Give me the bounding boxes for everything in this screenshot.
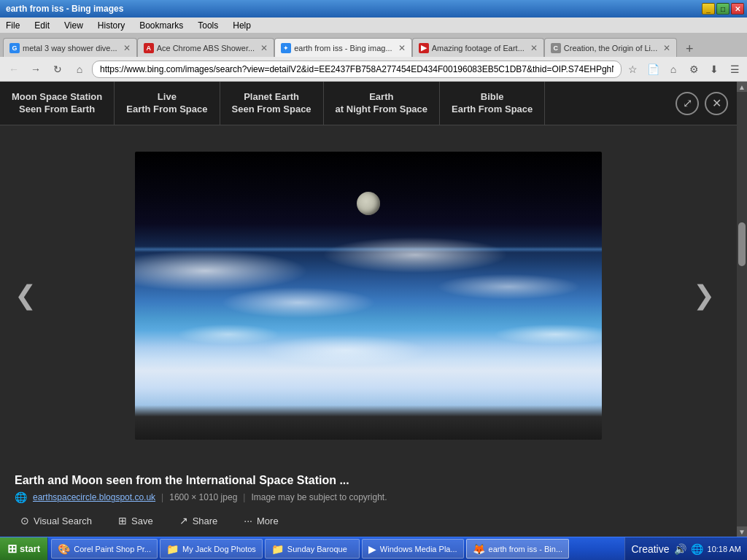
tab-close-5[interactable]: ✕: [663, 43, 670, 53]
menu-view[interactable]: View: [61, 19, 86, 32]
home-icon[interactable]: ⌂: [665, 61, 681, 77]
close-image-button[interactable]: ✕: [705, 92, 728, 115]
taskbar-icon-3: 📁: [271, 543, 284, 555]
close-button[interactable]: ✕: [731, 3, 744, 15]
settings-icon[interactable]: ⚙: [686, 61, 702, 77]
info-panel: Earth and Moon seen from the Internation…: [0, 465, 737, 537]
tab-label-1: metal 3 way shower dive...: [23, 44, 117, 52]
tab-close-2[interactable]: ✕: [260, 43, 268, 53]
globe-icon: 🌐: [15, 491, 27, 503]
start-button[interactable]: ⊞ start: [0, 537, 48, 560]
taskbar-label-3: Sunday Baroque: [287, 545, 347, 553]
address-icons: ☆ 📄 ⌂ ⚙ ⬇ ☰: [624, 61, 743, 77]
back-button[interactable]: ←: [4, 60, 23, 79]
menu-file[interactable]: File: [3, 19, 23, 32]
tab-1[interactable]: G metal 3 way shower dive... ✕: [3, 38, 137, 57]
home-button[interactable]: ⌂: [70, 60, 89, 79]
menu-edit[interactable]: Edit: [31, 19, 53, 32]
scroll-track[interactable]: [737, 92, 747, 526]
taskbar-label-2: My Jack Dog Photos: [182, 545, 256, 553]
scroll-up-arrow[interactable]: ▲: [737, 82, 747, 92]
minimize-button[interactable]: _: [702, 3, 715, 15]
tab-label-4: Amazing footage of Eart...: [432, 44, 525, 52]
related-item-3[interactable]: Planet Earth Seen From Space: [220, 82, 324, 125]
image-dimensions: 1600 × 1010 jpeg: [169, 492, 237, 502]
tray-speaker-icon[interactable]: 🔊: [674, 543, 686, 555]
window-title-bar: earth from iss - Bing images _ □ ✕: [0, 0, 747, 18]
share-label: Share: [193, 516, 218, 526]
tab-3[interactable]: ✦ earth from iss - Bing imag... ✕: [274, 38, 412, 57]
image-title: Earth and Moon seen from the Internation…: [15, 474, 722, 487]
expand-close-buttons: ⤢ ✕: [667, 82, 737, 125]
related-item-4[interactable]: Earth at Night From Space: [324, 82, 440, 125]
forward-button[interactable]: →: [26, 60, 45, 79]
tray-network-icon[interactable]: 🌐: [691, 543, 703, 555]
image-meta: 🌐 earthspacecircle.blogspot.co.uk | 1600…: [15, 491, 722, 503]
taskbar-label-1: Corel Paint Shop Pr...: [74, 545, 151, 553]
tab-favicon-3: ✦: [281, 43, 291, 53]
visual-search-button[interactable]: ⊙ Visual Search: [15, 512, 98, 529]
main-area: Moon Space Station Seen From Earth Live …: [0, 82, 737, 537]
address-bar: ← → ↻ ⌂ ☆ 📄 ⌂ ⚙ ⬇ ☰: [0, 57, 747, 82]
space-image: [135, 152, 602, 440]
action-buttons: ⊙ Visual Search ⊞ Save ↗ Share ··· More: [15, 512, 722, 529]
copyright-notice: Image may be subject to copyright.: [251, 492, 387, 502]
related-item-1[interactable]: Moon Space Station Seen From Earth: [0, 82, 115, 125]
scroll-down-arrow[interactable]: ▼: [737, 526, 747, 537]
tab-close-1[interactable]: ✕: [123, 43, 131, 53]
tab-close-3[interactable]: ✕: [398, 43, 406, 53]
tab-4[interactable]: ▶ Amazing footage of Eart... ✕: [412, 38, 544, 57]
separator-1: |: [161, 492, 163, 502]
share-icon: ↗: [179, 515, 188, 526]
taskbar-label-4: Windows Media Pla...: [380, 545, 457, 553]
menu-bookmarks[interactable]: Bookmarks: [136, 19, 186, 32]
next-image-arrow[interactable]: ❯: [686, 273, 722, 318]
menu-tools[interactable]: Tools: [195, 19, 221, 32]
separator-2: |: [243, 492, 245, 502]
menu-history[interactable]: History: [95, 19, 128, 32]
taskbar-label-5: earth from iss - Bin...: [489, 545, 562, 553]
new-tab-button[interactable]: +: [680, 41, 699, 57]
taskbar-icon-4: ▶: [368, 543, 376, 555]
tab-2[interactable]: A Ace Chrome ABS Shower... ✕: [137, 38, 275, 57]
image-source[interactable]: earthspacecircle.blogspot.co.uk: [33, 492, 155, 502]
window-controls: _ □ ✕: [702, 3, 744, 15]
more-label: More: [257, 516, 279, 526]
tab-bar: G metal 3 way shower dive... ✕ A Ace Chr…: [0, 34, 747, 57]
tab-favicon-4: ▶: [419, 43, 429, 53]
save-icon: ⊞: [118, 515, 127, 526]
tab-5[interactable]: C Creation, the Origin of Li... ✕: [544, 38, 677, 57]
bookmark-star-icon[interactable]: ☆: [624, 61, 640, 77]
scroll-thumb[interactable]: [738, 222, 746, 266]
download-icon[interactable]: ⬇: [706, 61, 722, 77]
tab-close-4[interactable]: ✕: [530, 43, 538, 53]
maximize-button[interactable]: □: [716, 3, 729, 15]
related-item-5[interactable]: Bible Earth From Space: [440, 82, 545, 125]
taskbar-item-2[interactable]: 📁 My Jack Dog Photos: [160, 539, 263, 559]
save-label: Save: [131, 516, 153, 526]
windows-icon: ⊞: [7, 542, 17, 556]
share-button[interactable]: ↗ Share: [174, 512, 224, 529]
taskbar-item-5[interactable]: 🦊 earth from iss - Bin...: [466, 539, 569, 559]
expand-button[interactable]: ⤢: [676, 92, 699, 115]
menu-icon[interactable]: ☰: [727, 61, 743, 77]
page-icon[interactable]: 📄: [645, 61, 661, 77]
save-button[interactable]: ⊞ Save: [112, 512, 159, 529]
taskbar-item-3[interactable]: 📁 Sunday Baroque: [265, 539, 360, 559]
related-item-2[interactable]: Live Earth From Space: [115, 82, 220, 125]
visual-search-label: Visual Search: [34, 516, 92, 526]
url-input[interactable]: [92, 61, 622, 78]
system-clock: 10:18 AM: [708, 545, 741, 553]
cloud-layer: [135, 223, 602, 381]
prev-image-arrow[interactable]: ❮: [7, 273, 44, 318]
taskbar-icon-1: 🎨: [58, 543, 70, 555]
taskbar-item-1[interactable]: 🎨 Corel Paint Shop Pr...: [51, 539, 158, 559]
tray-creative-icon[interactable]: Creative: [631, 543, 669, 555]
taskbar-item-4[interactable]: ▶ Windows Media Pla...: [362, 539, 464, 559]
image-viewer: ❮ ❯: [0, 125, 737, 465]
refresh-button[interactable]: ↻: [48, 60, 67, 79]
visual-search-icon: ⊙: [20, 515, 29, 526]
more-button[interactable]: ··· More: [238, 512, 284, 529]
scrollbar[interactable]: ▲ ▼: [737, 82, 747, 537]
menu-help[interactable]: Help: [230, 19, 254, 32]
